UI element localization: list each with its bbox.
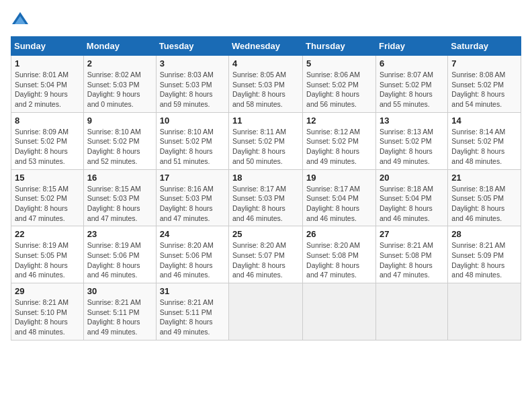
- day-number: 11: [232, 116, 299, 126]
- day-info: Sunrise: 8:14 AM Sunset: 5:02 PM Dayligh…: [451, 127, 517, 167]
- calendar-cell: 13Sunrise: 8:13 AM Sunset: 5:02 PM Dayli…: [375, 112, 447, 169]
- day-number: 31: [160, 286, 225, 296]
- day-info: Sunrise: 8:06 AM Sunset: 5:02 PM Dayligh…: [306, 70, 372, 109]
- day-info: Sunrise: 8:19 AM Sunset: 5:05 PM Dayligh…: [15, 240, 80, 280]
- day-number: 16: [87, 173, 152, 183]
- calendar-cell: 25Sunrise: 8:20 AM Sunset: 5:07 PM Dayli…: [229, 226, 303, 283]
- day-number: 7: [451, 58, 517, 68]
- day-info: Sunrise: 8:20 AM Sunset: 5:06 PM Dayligh…: [160, 240, 225, 280]
- calendar-cell: 23Sunrise: 8:19 AM Sunset: 5:06 PM Dayli…: [83, 226, 156, 283]
- calendar-cell: 24Sunrise: 8:20 AM Sunset: 5:06 PM Dayli…: [156, 226, 228, 283]
- calendar-row-5: 29Sunrise: 8:21 AM Sunset: 5:10 PM Dayli…: [11, 283, 521, 340]
- day-info: Sunrise: 8:21 AM Sunset: 5:10 PM Dayligh…: [15, 298, 80, 337]
- day-number: 27: [380, 229, 444, 239]
- calendar-cell: 29Sunrise: 8:21 AM Sunset: 5:10 PM Dayli…: [11, 283, 84, 340]
- day-info: Sunrise: 8:02 AM Sunset: 5:03 PM Dayligh…: [87, 70, 152, 109]
- calendar-cell: 4Sunrise: 8:05 AM Sunset: 5:03 PM Daylig…: [229, 56, 303, 113]
- calendar-cell: 10Sunrise: 8:10 AM Sunset: 5:02 PM Dayli…: [156, 112, 228, 169]
- day-info: Sunrise: 8:05 AM Sunset: 5:03 PM Dayligh…: [232, 70, 299, 109]
- calendar-cell: [229, 283, 303, 340]
- day-info: Sunrise: 8:21 AM Sunset: 5:11 PM Dayligh…: [87, 298, 152, 337]
- day-number: 5: [306, 58, 372, 68]
- calendar-row-2: 8Sunrise: 8:09 AM Sunset: 5:02 PM Daylig…: [11, 112, 521, 169]
- calendar-row-1: 1Sunrise: 8:01 AM Sunset: 5:04 PM Daylig…: [11, 56, 521, 113]
- day-info: Sunrise: 8:21 AM Sunset: 5:09 PM Dayligh…: [451, 240, 517, 280]
- calendar-row-3: 15Sunrise: 8:15 AM Sunset: 5:02 PM Dayli…: [11, 169, 521, 226]
- calendar-cell: 19Sunrise: 8:17 AM Sunset: 5:04 PM Dayli…: [303, 169, 376, 226]
- day-info: Sunrise: 8:18 AM Sunset: 5:05 PM Dayligh…: [451, 184, 517, 224]
- calendar-cell: 14Sunrise: 8:14 AM Sunset: 5:02 PM Dayli…: [448, 112, 521, 169]
- day-info: Sunrise: 8:17 AM Sunset: 5:03 PM Dayligh…: [232, 184, 299, 224]
- day-number: 25: [232, 229, 299, 239]
- calendar-cell: 27Sunrise: 8:21 AM Sunset: 5:08 PM Dayli…: [375, 226, 447, 283]
- calendar-cell: [448, 283, 521, 340]
- calendar-cell: [303, 283, 376, 340]
- day-info: Sunrise: 8:01 AM Sunset: 5:04 PM Dayligh…: [15, 70, 80, 109]
- day-info: Sunrise: 8:03 AM Sunset: 5:03 PM Dayligh…: [160, 70, 225, 109]
- day-info: Sunrise: 8:20 AM Sunset: 5:08 PM Dayligh…: [306, 240, 372, 280]
- day-number: 4: [232, 58, 299, 68]
- calendar-cell: 28Sunrise: 8:21 AM Sunset: 5:09 PM Dayli…: [448, 226, 521, 283]
- day-number: 6: [380, 58, 444, 68]
- calendar-cell: 8Sunrise: 8:09 AM Sunset: 5:02 PM Daylig…: [11, 112, 84, 169]
- day-info: Sunrise: 8:10 AM Sunset: 5:02 PM Dayligh…: [87, 127, 152, 167]
- day-number: 22: [15, 229, 80, 239]
- calendar-header-friday: Friday: [375, 37, 447, 56]
- calendar-cell: 20Sunrise: 8:18 AM Sunset: 5:04 PM Dayli…: [375, 169, 447, 226]
- day-info: Sunrise: 8:21 AM Sunset: 5:08 PM Dayligh…: [380, 240, 444, 280]
- calendar-cell: 16Sunrise: 8:15 AM Sunset: 5:03 PM Dayli…: [83, 169, 156, 226]
- calendar-header-wednesday: Wednesday: [229, 37, 303, 56]
- calendar-cell: 3Sunrise: 8:03 AM Sunset: 5:03 PM Daylig…: [156, 56, 228, 113]
- day-info: Sunrise: 8:18 AM Sunset: 5:04 PM Dayligh…: [380, 184, 444, 224]
- day-info: Sunrise: 8:08 AM Sunset: 5:02 PM Dayligh…: [451, 70, 517, 109]
- day-number: 17: [160, 173, 225, 183]
- calendar-row-4: 22Sunrise: 8:19 AM Sunset: 5:05 PM Dayli…: [11, 226, 521, 283]
- day-number: 24: [160, 229, 225, 239]
- day-number: 28: [451, 229, 517, 239]
- calendar-cell: 26Sunrise: 8:20 AM Sunset: 5:08 PM Dayli…: [303, 226, 376, 283]
- day-number: 15: [15, 173, 80, 183]
- calendar-cell: 15Sunrise: 8:15 AM Sunset: 5:02 PM Dayli…: [11, 169, 84, 226]
- day-info: Sunrise: 8:20 AM Sunset: 5:07 PM Dayligh…: [232, 240, 299, 280]
- calendar-cell: 2Sunrise: 8:02 AM Sunset: 5:03 PM Daylig…: [83, 56, 156, 113]
- calendar-cell: [375, 283, 447, 340]
- calendar-cell: 9Sunrise: 8:10 AM Sunset: 5:02 PM Daylig…: [83, 112, 156, 169]
- calendar-cell: 22Sunrise: 8:19 AM Sunset: 5:05 PM Dayli…: [11, 226, 84, 283]
- logo-icon: [11, 11, 30, 30]
- day-info: Sunrise: 8:17 AM Sunset: 5:04 PM Dayligh…: [306, 184, 372, 224]
- day-info: Sunrise: 8:13 AM Sunset: 5:02 PM Dayligh…: [380, 127, 444, 167]
- day-info: Sunrise: 8:09 AM Sunset: 5:02 PM Dayligh…: [15, 127, 80, 167]
- calendar-table: SundayMondayTuesdayWednesdayThursdayFrid…: [11, 36, 521, 340]
- calendar-header-tuesday: Tuesday: [156, 37, 228, 56]
- day-number: 19: [306, 173, 372, 183]
- calendar-cell: 21Sunrise: 8:18 AM Sunset: 5:05 PM Dayli…: [448, 169, 521, 226]
- day-number: 13: [380, 116, 444, 126]
- day-number: 26: [306, 229, 372, 239]
- day-info: Sunrise: 8:11 AM Sunset: 5:02 PM Dayligh…: [232, 127, 299, 167]
- calendar-cell: 18Sunrise: 8:17 AM Sunset: 5:03 PM Dayli…: [229, 169, 303, 226]
- calendar-cell: 1Sunrise: 8:01 AM Sunset: 5:04 PM Daylig…: [11, 56, 84, 113]
- calendar-cell: 11Sunrise: 8:11 AM Sunset: 5:02 PM Dayli…: [229, 112, 303, 169]
- day-number: 18: [232, 173, 299, 183]
- day-info: Sunrise: 8:07 AM Sunset: 5:02 PM Dayligh…: [380, 70, 444, 109]
- calendar-cell: 17Sunrise: 8:16 AM Sunset: 5:03 PM Dayli…: [156, 169, 228, 226]
- day-number: 12: [306, 116, 372, 126]
- logo: [11, 11, 32, 30]
- day-info: Sunrise: 8:15 AM Sunset: 5:02 PM Dayligh…: [15, 184, 80, 224]
- calendar-cell: 6Sunrise: 8:07 AM Sunset: 5:02 PM Daylig…: [375, 56, 447, 113]
- day-info: Sunrise: 8:10 AM Sunset: 5:02 PM Dayligh…: [160, 127, 225, 167]
- calendar-header-row: SundayMondayTuesdayWednesdayThursdayFrid…: [11, 37, 521, 56]
- day-number: 20: [380, 173, 444, 183]
- calendar-cell: 5Sunrise: 8:06 AM Sunset: 5:02 PM Daylig…: [303, 56, 376, 113]
- day-number: 2: [87, 58, 152, 68]
- day-info: Sunrise: 8:21 AM Sunset: 5:11 PM Dayligh…: [160, 298, 225, 337]
- day-number: 29: [15, 286, 80, 296]
- calendar-cell: 12Sunrise: 8:12 AM Sunset: 5:02 PM Dayli…: [303, 112, 376, 169]
- day-number: 1: [15, 58, 80, 68]
- day-number: 21: [451, 173, 517, 183]
- day-number: 23: [87, 229, 152, 239]
- day-info: Sunrise: 8:16 AM Sunset: 5:03 PM Dayligh…: [160, 184, 225, 224]
- calendar-header-saturday: Saturday: [448, 37, 521, 56]
- calendar-header-monday: Monday: [83, 37, 156, 56]
- day-info: Sunrise: 8:15 AM Sunset: 5:03 PM Dayligh…: [87, 184, 152, 224]
